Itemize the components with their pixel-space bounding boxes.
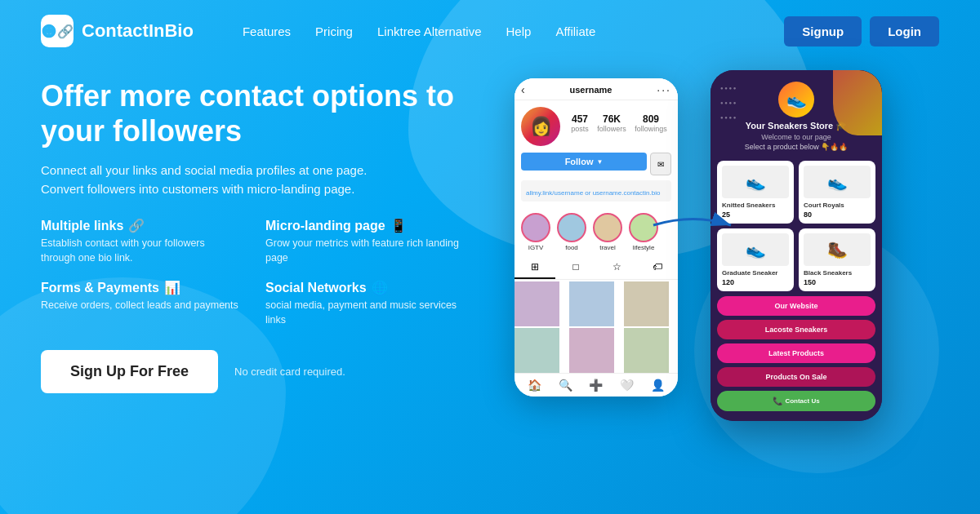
product-img-2: 👟 <box>804 166 871 198</box>
product-card-2[interactable]: 👟 Court Royals 80 <box>799 161 875 224</box>
store-dots-decoration: ● ● ● ●● ● ● ●● ● ● ● <box>720 78 737 122</box>
store-btn-latest[interactable]: Latest Products <box>717 343 875 363</box>
ig-heart-icon[interactable]: 🤍 <box>620 379 634 392</box>
hero-phones: ‹ username ··· 👩 457 posts <box>498 70 890 445</box>
ig-stats: 457 posts 76K followers 809 followings <box>567 113 671 133</box>
ig-following-label: followings <box>635 125 667 133</box>
ig-photo-grid <box>514 281 678 373</box>
ig-reel-tab[interactable]: □ <box>555 256 596 279</box>
product-img-4: 🥾 <box>804 233 871 266</box>
ig-highlight-label-igtv: IGTV <box>528 244 544 251</box>
follow-chevron-icon: ▼ <box>596 158 603 166</box>
ig-highlight-igtv: IGTV <box>521 213 550 251</box>
ig-profile-icon[interactable]: 👤 <box>651 379 665 392</box>
feature-micro-landing-title: Micro-landing page 📱 <box>265 218 466 233</box>
ig-tag-tab[interactable]: ☆ <box>596 256 637 279</box>
ig-home-icon[interactable]: 🏠 <box>528 379 541 392</box>
hero-subtitle: Connect all your links and social media … <box>41 162 466 198</box>
login-button[interactable]: Login <box>870 16 939 47</box>
ig-highlight-label-travel: travel <box>599 244 616 251</box>
nav-buttons: Signup Login <box>784 16 939 47</box>
ig-stat-posts: 457 posts <box>571 113 589 133</box>
ig-back-icon: ‹ <box>521 83 525 96</box>
feature-forms-payments-desc: Receive orders, collect leads and paymen… <box>41 299 241 313</box>
payments-icon: 📊 <box>164 280 180 295</box>
ig-stat-followers: 76K followers <box>597 113 626 133</box>
store-avatar: 👟 <box>778 82 814 117</box>
ig-bio-link-bar: allmy.link/username or username.contacti… <box>521 180 671 202</box>
signup-free-button[interactable]: Sign Up For Free <box>41 350 218 393</box>
ig-top-bar: ‹ username ··· <box>514 78 678 100</box>
ig-posts-label: posts <box>571 125 589 133</box>
store-btn-website[interactable]: Our Website <box>717 296 875 316</box>
product-card-4[interactable]: 🥾 Black Sneakers 150 <box>799 228 875 291</box>
product-name-4: Black Sneakers <box>804 269 871 277</box>
ig-grid-tab[interactable]: ⊞ <box>514 256 555 279</box>
ig-profile-area: 👩 457 posts 76K followers <box>514 100 678 208</box>
no-cc-label: No credit card required. <box>234 366 345 378</box>
link-icon: 🔗 <box>128 218 145 233</box>
store-phone-mockup: ● ● ● ●● ● ● ●● ● ● ● 👟 Your Sneakers St… <box>710 70 882 421</box>
avatar: 👩 <box>521 107 560 146</box>
ig-highlight-label-food: food <box>565 244 578 251</box>
ig-following-count: 809 <box>635 113 667 125</box>
nav-features[interactable]: Features <box>243 24 291 38</box>
signup-button[interactable]: Signup <box>784 16 862 47</box>
cta-row: Sign Up For Free No credit card required… <box>41 350 466 393</box>
store-welcome: Welcome to our page <box>761 133 831 141</box>
ig-highlight-circle-travel <box>593 213 622 242</box>
nav-links: Features Pricing Linktree Alternative He… <box>243 24 784 38</box>
ig-message-button[interactable]: ✉ <box>650 153 671 175</box>
feature-multiple-links: Multiple links 🔗 Establish contact with … <box>41 218 241 265</box>
store-btn-contact[interactable]: 📞 Contact Us <box>717 391 875 411</box>
contact-icon: 📞 <box>773 397 782 405</box>
ig-username: username <box>570 85 612 95</box>
store-name: Your Sneakers Store 🎓 <box>746 121 847 131</box>
ig-stat-following: 809 followings <box>635 113 667 133</box>
ig-highlight-circle-igtv <box>521 213 550 242</box>
logo-area: 🔗 ContactInBio <box>41 15 194 47</box>
store-btn-sale[interactable]: Products On Sale <box>717 367 875 387</box>
feature-social-networks-desc: social media, payment and music services… <box>265 299 466 327</box>
ig-highlight-travel: travel <box>593 213 622 251</box>
product-name-3: Graduate Sneaker <box>722 269 789 277</box>
ig-highlight-circle-food <box>557 213 586 242</box>
nav-help[interactable]: Help <box>506 24 532 38</box>
store-header: ● ● ● ●● ● ● ●● ● ● ● 👟 Your Sneakers St… <box>710 70 882 161</box>
product-price-2: 80 <box>804 210 871 219</box>
ig-add-icon[interactable]: ➕ <box>589 379 603 392</box>
arrow-svg <box>649 209 739 241</box>
ig-grid-cell-4 <box>514 328 559 373</box>
ig-grid-cell-6 <box>624 328 669 373</box>
logo-icon: 🔗 <box>41 15 74 47</box>
feature-social-networks-title: Social Networks 🌐 <box>265 280 466 295</box>
ig-followers-count: 76K <box>597 113 626 125</box>
product-price-3: 120 <box>722 278 789 286</box>
product-name-2: Court Royals <box>804 202 871 209</box>
ig-grid-cell-2 <box>569 281 614 326</box>
store-btn-lacoste[interactable]: Lacoste Sneakers <box>717 320 875 339</box>
nav-linktree-alt[interactable]: Linktree Alternative <box>377 24 482 38</box>
nav-affiliate[interactable]: Affiliate <box>555 24 595 38</box>
ig-posts-count: 457 <box>571 113 589 125</box>
store-deco-bar <box>833 70 882 135</box>
product-img-1: 👟 <box>722 166 789 198</box>
feature-micro-landing-desc: Grow your metrics with feature rich land… <box>265 237 466 265</box>
ig-highlight-label-lifestyle: lifestyle <box>633 244 655 251</box>
nav-pricing[interactable]: Pricing <box>315 24 353 38</box>
store-select-text: Select a product below 👇🔥🔥 <box>745 143 849 151</box>
features-grid: Multiple links 🔗 Establish contact with … <box>41 218 466 327</box>
feature-micro-landing: Micro-landing page 📱 Grow your metrics w… <box>265 218 466 265</box>
ig-followers-label: followers <box>597 125 626 133</box>
feature-forms-payments-title: Forms & Payments 📊 <box>41 280 241 295</box>
ig-search-icon[interactable]: 🔍 <box>559 379 572 392</box>
feature-forms-payments: Forms & Payments 📊 Receive orders, colle… <box>41 280 241 327</box>
ig-shop-tab[interactable]: 🏷 <box>637 256 678 279</box>
globe-icon: 🌐 <box>372 280 388 295</box>
ig-follow-button[interactable]: Follow ▼ <box>521 153 647 171</box>
product-name-1: Knitted Sneakers <box>722 202 789 209</box>
product-price-4: 150 <box>804 278 871 286</box>
feature-social-networks: Social Networks 🌐 social media, payment … <box>265 280 466 327</box>
ig-grid-cell-1 <box>514 281 559 326</box>
brand-name: ContactInBio <box>82 20 194 42</box>
